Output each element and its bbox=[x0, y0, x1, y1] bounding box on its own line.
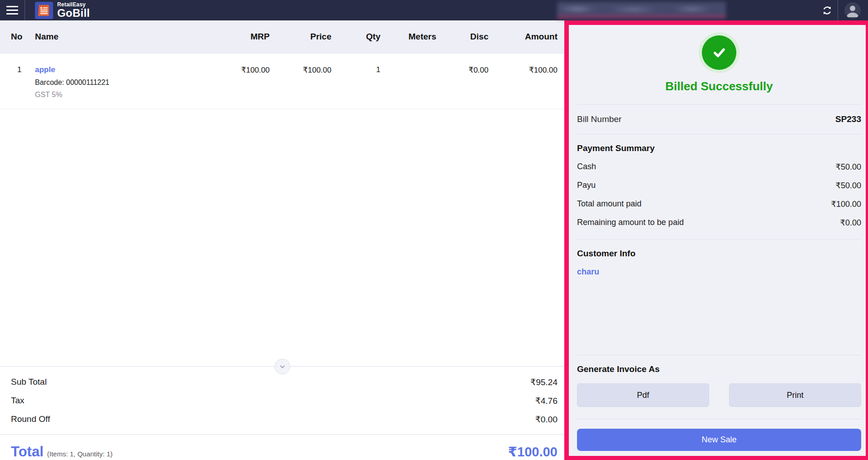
tax-value: ₹4.76 bbox=[535, 396, 557, 406]
item-barcode: Barcode: 00000111221 bbox=[35, 78, 202, 87]
bill-items-area: No Name MRP Price Qty Meters Disc Amount… bbox=[0, 20, 564, 460]
roundoff-row: Round Off ₹0.00 bbox=[11, 410, 557, 429]
grand-total-row: Total (Items: 1, Quantity: 1) ₹100.00 bbox=[0, 434, 564, 460]
brand-logo: RetailEasy GoBill bbox=[35, 2, 90, 19]
success-header: Billed Successfully bbox=[577, 25, 861, 104]
billed-success-panel: Billed Successfully Bill Number SP233 Pa… bbox=[564, 20, 868, 460]
tax-label: Tax bbox=[11, 396, 25, 406]
topbar-divider bbox=[838, 0, 838, 20]
brand-name-bottom: GoBill bbox=[57, 8, 90, 19]
item-amount: ₹100.00 bbox=[488, 65, 557, 75]
column-header-price: Price bbox=[270, 32, 331, 42]
column-header-no: No bbox=[0, 32, 35, 42]
generate-invoice-section: Generate Invoice As Pdf Print bbox=[577, 355, 861, 419]
tax-row: Tax ₹4.76 bbox=[11, 391, 557, 410]
table-row: 1 apple Barcode: 00000111221 GST 5% ₹100… bbox=[0, 54, 564, 109]
item-mrp: ₹100.00 bbox=[202, 65, 270, 75]
generate-invoice-heading: Generate Invoice As bbox=[577, 364, 861, 374]
refresh-icon[interactable] bbox=[817, 0, 838, 20]
payment-row-total-paid: Total amount paid ₹100.00 bbox=[577, 195, 861, 213]
column-header-meters: Meters bbox=[380, 32, 436, 42]
grand-total-value: ₹100.00 bbox=[508, 444, 557, 460]
bill-number-label: Bill Number bbox=[577, 114, 621, 124]
total-paid-value: ₹100.00 bbox=[831, 199, 861, 209]
receipt-logo-icon bbox=[35, 2, 53, 19]
subtotal-row: Sub Total ₹95.24 bbox=[11, 373, 557, 391]
bill-number-value: SP233 bbox=[835, 114, 861, 124]
item-price: ₹100.00 bbox=[270, 65, 331, 75]
payment-summary-heading: Payment Summary bbox=[577, 143, 861, 153]
remaining-label: Remaining amount to be paid bbox=[577, 218, 684, 228]
success-check-icon bbox=[699, 32, 740, 73]
column-header-mrp: MRP bbox=[202, 32, 270, 42]
customer-info-section: Customer Info charu bbox=[577, 240, 861, 284]
user-avatar-icon[interactable] bbox=[844, 2, 861, 19]
payu-label: Payu bbox=[577, 181, 596, 191]
payment-row-payu: Payu ₹50.00 bbox=[577, 176, 861, 195]
hamburger-menu-icon[interactable] bbox=[0, 0, 25, 20]
subtotal-label: Sub Total bbox=[11, 377, 47, 387]
cash-value: ₹50.00 bbox=[836, 162, 862, 172]
item-number: 1 bbox=[0, 65, 35, 74]
totals-collapse-divider bbox=[0, 366, 564, 367]
column-header-amount: Amount bbox=[488, 32, 557, 42]
total-paid-label: Total amount paid bbox=[577, 199, 641, 209]
item-disc: ₹0.00 bbox=[436, 65, 488, 75]
chevron-down-icon[interactable] bbox=[275, 359, 290, 374]
cash-label: Cash bbox=[577, 162, 596, 172]
print-button[interactable]: Print bbox=[729, 383, 861, 407]
redacted-topbar-content bbox=[557, 2, 726, 19]
top-bar: RetailEasy GoBill bbox=[0, 0, 868, 20]
column-header-qty: Qty bbox=[331, 32, 380, 42]
success-title: Billed Successfully bbox=[577, 79, 861, 93]
item-name-link[interactable]: apple bbox=[35, 65, 202, 74]
column-header-disc: Disc bbox=[436, 32, 488, 42]
item-qty: 1 bbox=[331, 65, 380, 74]
grand-total-meta: (Items: 1, Quantity: 1) bbox=[47, 450, 113, 458]
subtotal-value: ₹95.24 bbox=[530, 377, 557, 387]
customer-info-heading: Customer Info bbox=[577, 249, 861, 259]
customer-name-link[interactable]: charu bbox=[577, 267, 861, 277]
payu-value: ₹50.00 bbox=[836, 181, 862, 191]
roundoff-value: ₹0.00 bbox=[535, 414, 557, 425]
payment-row-remaining: Remaining amount to be paid ₹0.00 bbox=[577, 213, 861, 232]
items-table-header: No Name MRP Price Qty Meters Disc Amount bbox=[0, 20, 564, 54]
remaining-value: ₹0.00 bbox=[840, 218, 862, 228]
roundoff-label: Round Off bbox=[11, 414, 50, 425]
grand-total-label: Total bbox=[11, 444, 44, 460]
totals-summary: Sub Total ₹95.24 Tax ₹4.76 Round Off ₹0.… bbox=[0, 367, 564, 429]
pdf-button[interactable]: Pdf bbox=[577, 383, 709, 407]
new-sale-button[interactable]: New Sale bbox=[577, 429, 861, 451]
item-gst: GST 5% bbox=[35, 91, 202, 99]
topbar-divider bbox=[25, 0, 25, 20]
bill-number-row: Bill Number SP233 bbox=[577, 105, 861, 134]
column-header-name: Name bbox=[35, 32, 202, 42]
payment-summary-section: Payment Summary Cash ₹50.00 Payu ₹50.00 … bbox=[577, 134, 861, 239]
payment-row-cash: Cash ₹50.00 bbox=[577, 157, 861, 176]
